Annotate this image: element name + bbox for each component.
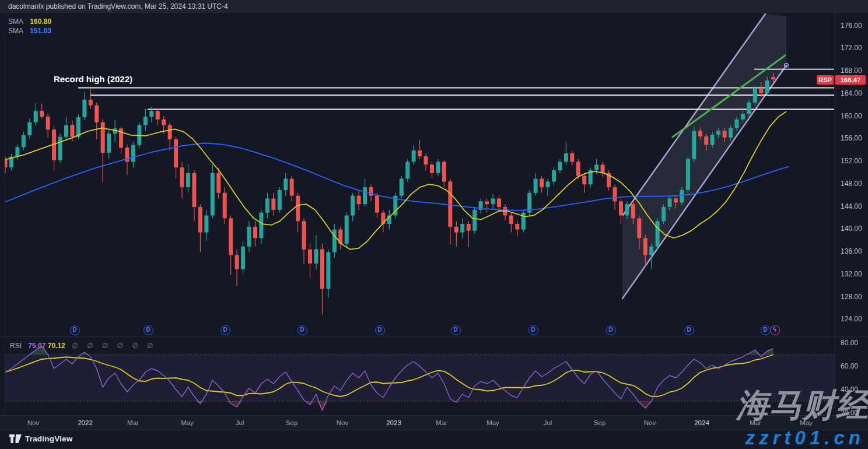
dividend-marker-9[interactable]: D — [761, 325, 771, 335]
time-label-Mar: Mar — [127, 419, 139, 426]
time-label-Nov: Nov — [337, 419, 348, 426]
pane-separator[interactable] — [0, 336, 868, 337]
rsi-label: RSI — [10, 342, 22, 350]
bottom-separator — [0, 430, 868, 430]
price-tick-144.00: 144.00 — [841, 203, 862, 211]
time-label-May: May — [487, 419, 499, 426]
price-tick-132.00: 132.00 — [841, 271, 862, 278]
price-tick-164.00: 164.00 — [841, 90, 862, 97]
dividend-marker-6[interactable]: D — [528, 325, 538, 335]
sma-slow-value: 151.03 — [30, 27, 51, 35]
main-pane — [4, 8, 835, 314]
publish-banner: dacolmanfx published on TradingView.com,… — [0, 0, 868, 13]
price-tick-168.00: 168.00 — [841, 67, 862, 75]
trend-channel-fill — [622, 13, 786, 299]
time-label-Sep: Sep — [594, 419, 606, 426]
time-label-Nov: Nov — [27, 419, 39, 426]
rsi-legend[interactable]: RSI 75.07 70.12 ∅ ∅ ∅ ∅ ∅ ∅ — [10, 342, 157, 350]
watermark-cn: 海马财经 — [736, 384, 868, 428]
price-tick-124.00: 124.00 — [841, 315, 862, 323]
time-label-Sep: Sep — [286, 419, 298, 426]
time-label-2022: 2022 — [78, 419, 93, 426]
time-label-Jul: Jul — [236, 419, 244, 426]
rsi-tick-80.00: 80.00 — [841, 339, 858, 347]
rsi-ma-value: 70.12 — [48, 342, 65, 350]
sma-slow-label: SMA — [8, 27, 23, 35]
last-price-label: 166.47 — [835, 75, 866, 85]
price-tick-172.00: 172.00 — [841, 44, 862, 52]
time-label-2024: 2024 — [694, 419, 709, 426]
price-tick-176.00: 176.00 — [841, 22, 862, 30]
dividend-marker-1[interactable]: D — [144, 325, 153, 335]
time-label-Jul: Jul — [544, 419, 552, 426]
left-edge-line — [5, 13, 5, 415]
sma-fast-legend[interactable]: SMA 160.80 — [8, 17, 51, 26]
price-tick-140.00: 140.00 — [841, 225, 862, 233]
price-tick-136.00: 136.00 — [841, 248, 862, 255]
dividend-marker-2[interactable]: D — [220, 325, 230, 335]
main-pane-legend[interactable]: SMA 160.80 SMA 151.03 — [8, 17, 51, 36]
sma-fast-value: 160.80 — [30, 17, 51, 26]
rsi-value: 75.07 — [28, 342, 46, 350]
rsi-empty-params: ∅ ∅ ∅ ∅ ∅ ∅ — [72, 342, 156, 350]
price-tick-156.00: 156.00 — [841, 135, 862, 142]
time-label-Mar: Mar — [436, 419, 447, 426]
dividend-marker-8[interactable]: D — [684, 325, 694, 335]
symbol-price-label: RSP — [817, 75, 834, 85]
price-tick-160.00: 160.00 — [841, 113, 862, 120]
rsi-oversold-fill — [5, 401, 774, 411]
dividend-marker-0[interactable]: D — [70, 325, 80, 335]
tradingview-logo-icon — [9, 434, 22, 443]
price-tick-148.00: 148.00 — [841, 180, 862, 188]
publish-text: dacolmanfx published on TradingView.com,… — [8, 2, 228, 10]
chart-canvas[interactable] — [0, 0, 868, 449]
tradingview-logo-text: TradingView — [25, 434, 72, 443]
dividend-marker-4[interactable]: D — [375, 325, 385, 335]
price-tick-128.00: 128.00 — [841, 293, 862, 301]
time-label-2023: 2023 — [386, 419, 401, 426]
dividend-marker-5[interactable]: D — [451, 325, 461, 335]
rsi-tick-60.00: 60.00 — [841, 363, 858, 370]
tradingview-attribution[interactable]: TradingView — [9, 434, 72, 443]
rsi-pane — [5, 346, 835, 411]
watermark-url: zzrt01.cn — [746, 427, 864, 449]
sma-slow-legend[interactable]: SMA 151.03 — [8, 27, 51, 36]
flash-icon[interactable]: ϟ — [770, 325, 780, 335]
dividend-marker-3[interactable]: D — [298, 325, 307, 335]
sma-fast-label: SMA — [8, 17, 23, 26]
dividend-marker-7[interactable]: D — [606, 325, 616, 335]
time-label-Nov: Nov — [644, 419, 656, 426]
price-tick-152.00: 152.00 — [841, 157, 862, 165]
time-label-May: May — [181, 419, 194, 426]
record-high-annotation: Record high (2022) — [54, 74, 132, 84]
